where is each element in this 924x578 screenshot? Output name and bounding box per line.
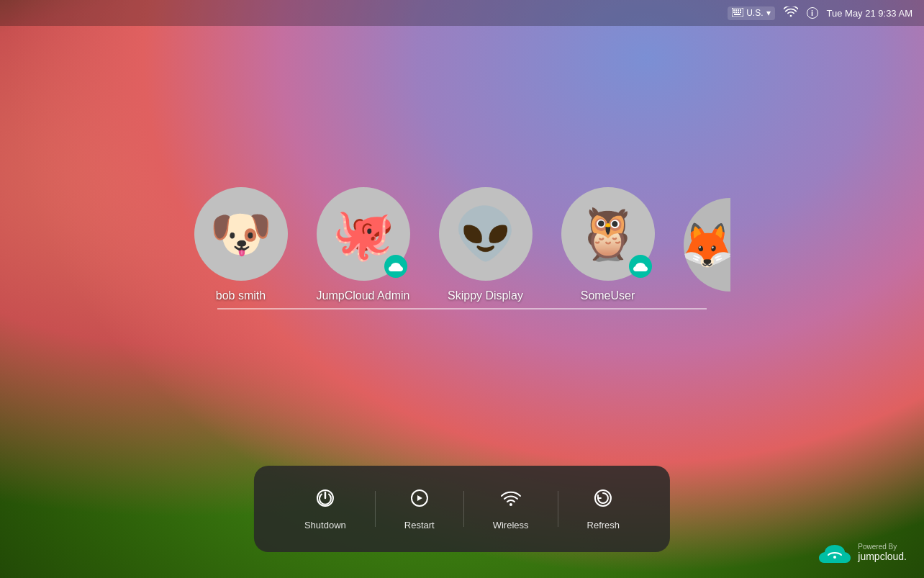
user-jumpcloud-admin-name: JumpCloud Admin — [317, 289, 410, 302]
keyboard-layout-label: U.S. — [746, 8, 763, 18]
svg-rect-4 — [740, 9, 741, 11]
svg-rect-2 — [735, 9, 737, 11]
user-skippy-display-avatar: 👽 — [439, 187, 533, 281]
shutdown-button[interactable]: Shutdown — [276, 480, 375, 538]
svg-point-14 — [509, 503, 512, 506]
svg-rect-3 — [738, 9, 739, 11]
svg-rect-8 — [740, 12, 741, 13]
svg-point-16 — [833, 556, 836, 559]
svg-rect-6 — [735, 12, 737, 13]
refresh-button[interactable]: Refresh — [558, 480, 649, 538]
user-some-user-avatar-container: 🦉 — [561, 187, 655, 281]
svg-rect-9 — [734, 14, 740, 15]
users-section: 🐶 bob smith 🐙 JumpCloud Admin 👽 Skippy D… — [0, 187, 924, 310]
jumpcloud-badge-admin — [384, 255, 407, 278]
info-icon[interactable]: i — [807, 7, 818, 19]
user-bob-smith-avatar-container: 🐶 — [194, 187, 288, 281]
users-underline — [217, 308, 707, 310]
user-skippy-display-avatar-container: 👽 — [439, 187, 533, 281]
jumpcloud-text: Powered By jumpcloud. — [858, 543, 907, 562]
powered-by-label: Powered By — [858, 543, 897, 551]
user-bob-smith-name: bob smith — [216, 289, 266, 302]
wireless-icon — [500, 487, 522, 512]
keyboard-layout[interactable]: U.S. ▾ — [728, 6, 774, 20]
wifi-menu-icon[interactable] — [784, 6, 798, 20]
restart-button[interactable]: Restart — [376, 480, 463, 538]
shutdown-label: Shutdown — [304, 520, 346, 530]
user-some-user[interactable]: 🦉 SomeUser — [561, 187, 655, 302]
restart-icon — [409, 487, 430, 512]
svg-rect-1 — [733, 9, 735, 11]
wireless-button[interactable]: Wireless — [464, 480, 558, 538]
user-some-user-name: SomeUser — [581, 289, 635, 302]
keyboard-icon — [732, 8, 743, 19]
user-fox-partial[interactable]: 🦊 — [684, 198, 730, 292]
refresh-label: Refresh — [587, 520, 620, 530]
menubar: U.S. ▾ i Tue May 21 9:33 AM — [0, 0, 924, 26]
users-row: 🐶 bob smith 🐙 JumpCloud Admin 👽 Skippy D… — [180, 187, 745, 302]
user-jumpcloud-admin-avatar-container: 🐙 — [317, 187, 410, 281]
restart-label: Restart — [404, 520, 435, 530]
user-skippy-display-name: Skippy Display — [448, 289, 523, 302]
user-bob-smith-avatar: 🐶 — [194, 187, 288, 281]
menubar-time: Tue May 21 9:33 AM — [827, 8, 912, 19]
wireless-label: Wireless — [493, 520, 529, 530]
user-bob-smith[interactable]: 🐶 bob smith — [194, 187, 288, 302]
jumpcloud-badge-some-user — [629, 255, 652, 278]
keyboard-dropdown-icon: ▾ — [766, 8, 771, 18]
shutdown-icon — [314, 487, 336, 512]
svg-rect-5 — [733, 12, 735, 13]
svg-marker-13 — [417, 495, 422, 501]
jumpcloud-branding: Powered By jumpcloud. — [817, 541, 907, 564]
user-jumpcloud-admin[interactable]: 🐙 JumpCloud Admin — [317, 187, 410, 302]
user-fox-partial-avatar: 🦊 — [684, 198, 730, 292]
user-skippy-display[interactable]: 👽 Skippy Display — [439, 187, 533, 302]
action-bar: Shutdown Restart Wireless — [254, 466, 670, 552]
svg-rect-7 — [738, 12, 739, 13]
jumpcloud-name: jumpcloud. — [858, 551, 907, 562]
refresh-icon — [592, 487, 614, 512]
